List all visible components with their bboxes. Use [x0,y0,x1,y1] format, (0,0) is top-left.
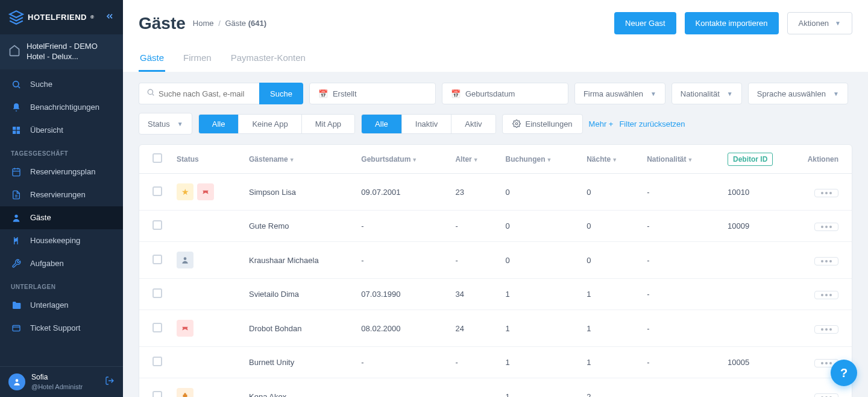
th-status[interactable]: Status [169,145,242,174]
search-input[interactable] [159,89,252,98]
th-nat[interactable]: Nationalität▼ [640,145,720,174]
tab-gäste[interactable]: Gäste [139,45,165,72]
table-row[interactable]: Drobot Bohdan 08.02.2000 24 1 1 - [139,310,852,347]
user-icon [11,212,22,223]
cell-nat: - [640,211,720,242]
table-row[interactable]: Gute Remo - - 0 0 - 10009 [139,211,852,242]
cell-bookings: 0 [498,174,580,211]
svg-rect-5 [13,168,20,176]
row-checkbox[interactable] [153,357,162,366]
collapse-sidebar-button[interactable] [105,11,115,24]
row-checkbox[interactable] [153,220,162,230]
seg-act-active[interactable]: Aktiv [451,115,495,133]
home-icon [8,45,20,59]
dots-icon [821,328,832,331]
row-checkbox[interactable] [153,323,162,332]
bell-icon [11,102,22,113]
sidebar-item-ticket-support[interactable]: Ticket Support [0,317,123,340]
table-row[interactable]: Kraushaar Michaela - - 0 0 - [139,242,852,279]
row-actions-button[interactable] [814,291,838,299]
sidebar-item-reservierungsplan[interactable]: Reservierungsplan [0,160,123,183]
language-filter[interactable]: Sprache auswählen▼ [748,83,848,104]
cell-nights: 1 [579,279,640,310]
row-actions-button[interactable] [814,223,838,231]
calendar-icon: 📅 [451,89,461,98]
select-all-checkbox[interactable] [153,153,162,163]
company-filter[interactable]: Firma auswählen▼ [574,83,665,104]
cell-nat: - [640,310,720,347]
svg-point-27 [821,362,823,364]
more-filters-button[interactable]: Mehr + [589,119,614,129]
seg-app-all[interactable]: Alle [199,115,239,133]
new-guest-button[interactable]: Neuer Gast [614,12,676,34]
row-checkbox[interactable] [153,288,162,298]
seg-act-all[interactable]: Alle [362,115,402,133]
svg-point-25 [825,328,828,331]
sidebar-item-benachrichtigungen[interactable]: Benachrichtigungen [0,96,123,119]
import-contacts-button[interactable]: Kontakte importieren [685,12,779,34]
active-segment: Alle Inaktiv Aktiv [361,114,495,134]
th-name[interactable]: Gästename▼ [242,145,354,174]
nav-section-daily: TAGESGESCHÄFT [0,142,123,160]
birth-filter[interactable]: 📅 Geburtsdatum [442,83,568,104]
user-name: Sofia [31,373,99,383]
table-settings-button[interactable]: Einstellungen [502,114,583,134]
cell-bookings: 1 [498,378,580,398]
seg-app-yes[interactable]: Mit App [302,115,354,133]
sidebar-footer: Sofia @Hotel Administr [0,366,123,397]
svg-point-24 [821,328,823,331]
sidebar-item-housekeeping[interactable]: Housekeeping [0,229,123,252]
dots-icon [821,226,832,228]
search-button[interactable]: Suche [259,83,303,104]
sidebar-item-label: Suche [30,80,52,89]
breadcrumb-home[interactable]: Home [193,19,214,28]
table-row[interactable]: Svietailo Dima 07.03.1990 34 1 1 - [139,279,852,310]
sidebar-item-suche[interactable]: Suche [0,73,123,96]
row-checkbox[interactable] [153,186,162,196]
table-row[interactable]: Burnett Unity - - 1 1 - 10005 [139,347,852,378]
bell-badge [197,183,214,200]
table-row[interactable]: Kena Akex - - 1 2 - [139,378,852,398]
sidebar-item-reservierungen[interactable]: Reservierungen [0,183,123,206]
status-badges [177,388,234,397]
seg-app-no[interactable]: Keine App [239,115,301,133]
actions-dropdown[interactable]: Aktionen▼ [787,12,853,34]
row-checkbox[interactable] [153,255,162,264]
tab-paymaster-konten[interactable]: Paymaster-Konten [230,45,307,72]
sidebar-item-unterlagen[interactable]: Unterlagen [0,294,123,317]
tab-firmen[interactable]: Firmen [182,45,213,72]
svg-point-11 [821,192,823,194]
row-actions-button[interactable] [814,393,838,398]
row-actions-button[interactable] [814,325,838,334]
sidebar-item-übersicht[interactable]: Übersicht [0,119,123,142]
status-filter[interactable]: Status▼ [139,113,192,135]
dots-icon [821,294,832,296]
logout-button[interactable] [105,376,115,388]
hotel-selector[interactable]: HotelFriend - DEMO Hotel - Delux... [0,34,123,69]
cell-birth: 08.02.2000 [354,310,448,347]
sidebar-item-aufgaben[interactable]: Aufgaben [0,252,123,275]
svg-point-17 [184,257,187,260]
row-checkbox[interactable] [153,391,162,398]
reset-filters-button[interactable]: Filter zurücksetzen [619,119,685,129]
cell-age: - [448,211,498,242]
cell-debitor [720,279,800,310]
seg-act-inactive[interactable]: Inaktiv [402,115,452,133]
nationality-filter[interactable]: Nationalität▼ [671,83,742,104]
th-age[interactable]: Alter▼ [448,145,498,174]
main: Gäste Home / Gäste (641) Neuer Gast Kont… [123,0,868,397]
help-fab[interactable]: ? [831,360,857,386]
th-birth[interactable]: Geburtsdatum▼ [354,145,448,174]
th-nights[interactable]: Nächte▼ [579,145,640,174]
created-filter[interactable]: 📅 Erstellt [309,83,436,104]
sidebar-item-gäste[interactable]: Gäste [0,206,123,229]
th-debitor[interactable]: Debitor ID [720,145,800,174]
cell-age: 34 [448,279,498,310]
sidebar-item-label: Housekeeping [30,236,80,245]
th-book[interactable]: Buchungen▼ [498,145,580,174]
status-badges [177,320,234,337]
table-row[interactable]: ★ Simpson Lisa 09.07.2001 23 0 0 - 10010 [139,174,852,211]
row-actions-button[interactable] [814,189,838,197]
nav-section-docs: UNTERLAGEN [0,275,123,294]
row-actions-button[interactable] [814,257,838,265]
